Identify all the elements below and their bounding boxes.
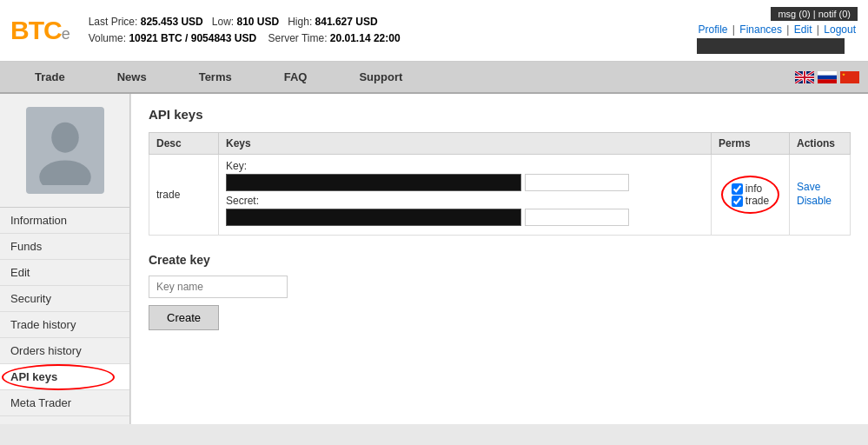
- api-keys-title: API keys: [149, 107, 851, 122]
- sidebar-link-funds[interactable]: Funds: [0, 234, 129, 259]
- content: API keys Desc Keys Perms Actions trade K…: [130, 94, 868, 424]
- header: BTCe Last Price: 825.453 USD Low: 810 US…: [0, 0, 868, 62]
- flags: [795, 71, 859, 83]
- secret-label: Secret:: [226, 195, 704, 207]
- profile-link[interactable]: Profile: [699, 23, 728, 36]
- sidebar-item-trade-history[interactable]: Trade history: [0, 312, 129, 338]
- nav-support[interactable]: Support: [333, 62, 428, 92]
- logout-link[interactable]: Logout: [824, 23, 856, 36]
- user-links: Profile | Finances | Edit | Logout: [697, 23, 858, 36]
- main: Information Funds Edit Security Trade hi…: [0, 94, 868, 424]
- secret-row: Secret:: [226, 195, 704, 226]
- perm-trade-label: trade: [745, 195, 769, 207]
- edit-link[interactable]: Edit: [794, 23, 812, 36]
- sidebar-item-meta-trader[interactable]: Meta Trader: [0, 390, 129, 416]
- sidebar-item-funds[interactable]: Funds: [0, 234, 129, 260]
- sidebar-menu: Information Funds Edit Security Trade hi…: [0, 208, 129, 416]
- high-label: High:: [288, 16, 312, 28]
- save-action[interactable]: Save: [797, 181, 843, 193]
- svg-rect-1: [818, 71, 837, 76]
- low-label: Low:: [212, 16, 234, 28]
- row-desc: trade: [149, 155, 219, 236]
- sidebar-item-security[interactable]: Security: [0, 286, 129, 312]
- avatar-icon: [35, 116, 96, 185]
- perms-highlight: info trade: [721, 176, 779, 214]
- cn-flag-icon[interactable]: [840, 71, 859, 83]
- perm-info-label: info: [745, 183, 762, 195]
- secret-value-black: [226, 209, 521, 226]
- uk-flag-icon[interactable]: [795, 71, 814, 83]
- key-value-empty: [525, 174, 629, 191]
- sidebar-link-orders-history[interactable]: Orders history: [0, 338, 129, 363]
- perm-info-checkbox[interactable]: [732, 183, 743, 195]
- volume-value: 10921 BTC / 9054843 USD: [129, 32, 256, 44]
- svg-point-6: [51, 123, 79, 153]
- nav-trade[interactable]: Trade: [9, 62, 91, 92]
- sidebar-link-meta-trader[interactable]: Meta Trader: [0, 390, 129, 415]
- sidebar-link-edit[interactable]: Edit: [0, 260, 129, 285]
- server-time-value: 20.01.14 22:00: [330, 32, 401, 44]
- secret-value-empty: [525, 209, 629, 226]
- nav-news[interactable]: News: [91, 62, 173, 92]
- svg-point-7: [39, 160, 91, 185]
- api-keys-table: Desc Keys Perms Actions trade Key:: [149, 132, 851, 236]
- last-price-label: Last Price:: [89, 16, 138, 28]
- nav: Trade News Terms FAQ Support: [0, 62, 868, 94]
- sidebar-link-api-keys[interactable]: API keys: [0, 364, 129, 389]
- finances-link[interactable]: Finances: [739, 23, 782, 36]
- sidebar-item-edit[interactable]: Edit: [0, 260, 129, 286]
- nav-terms[interactable]: Terms: [173, 62, 258, 92]
- sidebar-link-trade-history[interactable]: Trade history: [0, 312, 129, 337]
- server-time-label: Server Time:: [268, 32, 327, 44]
- key-input-container: [226, 174, 704, 191]
- logo-sub: e: [62, 25, 70, 43]
- sidebar-link-information[interactable]: Information: [0, 208, 129, 233]
- secret-input-container: [226, 209, 704, 226]
- perm-info: info: [732, 183, 769, 195]
- logo: BTCe: [10, 16, 70, 45]
- col-perms: Perms: [712, 133, 790, 155]
- perm-trade: trade: [732, 195, 769, 207]
- row-keys: Key: Secret:: [219, 155, 712, 236]
- avatar: [26, 107, 104, 194]
- row-perms: info trade: [712, 155, 790, 236]
- volume-label: Volume:: [89, 32, 126, 44]
- perm-trade-checkbox[interactable]: [732, 196, 743, 207]
- disable-action[interactable]: Disable: [797, 195, 843, 207]
- svg-rect-3: [818, 79, 837, 83]
- ru-flag-icon[interactable]: [818, 71, 837, 83]
- col-actions: Actions: [790, 133, 851, 155]
- user-info: msg (0) | notif (0) Profile | Finances |…: [697, 7, 858, 54]
- sidebar-item-api-keys[interactable]: API keys: [0, 364, 129, 390]
- sidebar: Information Funds Edit Security Trade hi…: [0, 94, 130, 424]
- sidebar-link-security[interactable]: Security: [0, 286, 129, 311]
- key-row: Key:: [226, 160, 704, 191]
- last-price-value: 825.453 USD: [141, 16, 203, 28]
- price-info: Last Price: 825.453 USD Low: 810 USD Hig…: [89, 14, 401, 47]
- col-desc: Desc: [149, 133, 219, 155]
- sidebar-item-information[interactable]: Information: [0, 208, 129, 234]
- nav-faq[interactable]: FAQ: [258, 62, 334, 92]
- key-name-input[interactable]: [149, 276, 288, 298]
- create-button[interactable]: Create: [149, 305, 219, 330]
- key-value-black: [226, 174, 521, 191]
- table-row: trade Key: Secret:: [149, 155, 851, 236]
- create-key-section: Create key Create: [149, 253, 851, 330]
- col-keys: Keys: [219, 133, 712, 155]
- row-actions: Save Disable: [790, 155, 851, 236]
- avatar-area: [0, 94, 129, 208]
- svg-rect-2: [818, 75, 837, 79]
- key-label: Key:: [226, 160, 704, 172]
- svg-rect-4: [840, 71, 859, 83]
- create-key-title: Create key: [149, 253, 851, 267]
- low-value: 810 USD: [236, 16, 279, 28]
- user-bar-top: msg (0) | notif (0): [771, 7, 858, 21]
- sidebar-item-orders-history[interactable]: Orders history: [0, 338, 129, 364]
- high-value: 841.627 USD: [315, 16, 378, 28]
